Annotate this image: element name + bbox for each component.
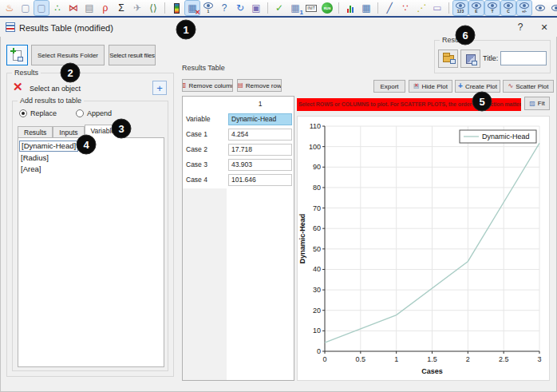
sigma-icon[interactable]: Σ <box>114 1 128 15</box>
flame-icon[interactable]: ♨ <box>2 1 17 15</box>
table-cell-value[interactable]: 101.646 <box>228 174 292 186</box>
remove-column-icon: ▥ <box>182 82 186 89</box>
fit-icon: ▨ <box>529 101 535 107</box>
layers-icon[interactable]: ▤ <box>82 1 97 15</box>
eye-e-icon[interactable]: E <box>469 1 484 15</box>
cube-icon[interactable]: ▢ <box>18 1 33 15</box>
code-icon[interactable]: ⟨⟩ <box>146 1 160 15</box>
window-title: Results Table (modified) <box>19 23 113 33</box>
select-result-files-button[interactable]: Select result files <box>109 45 156 65</box>
svg-text:0: 0 <box>317 347 321 355</box>
add-results-button[interactable] <box>6 45 28 65</box>
annotation-badge-4: 4 <box>77 135 97 155</box>
remove-column-button[interactable]: ▥ Remove column <box>182 79 233 92</box>
line-plot-icon[interactable]: ╱ <box>382 1 397 15</box>
export-button[interactable]: Export <box>373 80 405 93</box>
clear-object-icon[interactable]: ✕ <box>13 80 23 94</box>
results-table-label: Results Table <box>182 64 225 72</box>
table-row: Case 343.903 <box>183 157 294 172</box>
eye-preview-icon[interactable]: 1 <box>201 1 215 15</box>
radio-replace[interactable]: Replace <box>19 109 57 117</box>
table-cell-value[interactable]: 43.903 <box>228 159 292 171</box>
variable-list-item[interactable]: [Radius] <box>18 152 164 164</box>
table-row-label[interactable]: Case 1 <box>183 127 227 142</box>
table-cell-value[interactable]: Dynamic-Head <box>228 113 292 125</box>
init-icon[interactable]: INIT <box>304 1 318 15</box>
eye-t-icon[interactable]: T <box>485 1 500 15</box>
mode-radio-row: Replace Append <box>19 109 112 117</box>
annotation-badge-2: 2 <box>61 63 81 83</box>
tab-results[interactable]: Results <box>18 126 53 138</box>
colorbar-icon[interactable] <box>169 1 184 15</box>
run-icon[interactable]: RUN <box>320 1 334 15</box>
numbered-points-icon[interactable]: ∵ <box>398 1 413 15</box>
svg-text:100: 100 <box>309 143 321 151</box>
hourglass-icon[interactable]: ⋈ <box>66 1 81 15</box>
table-grid-icon[interactable]: ▦ <box>359 1 373 15</box>
help-button[interactable]: ? <box>509 21 531 34</box>
fit-button[interactable]: ▨ Fit <box>524 97 550 110</box>
rho-icon[interactable]: ρ <box>98 1 113 15</box>
svg-text:2.5: 2.5 <box>499 355 509 363</box>
results-table-dialog: ♨▢▢∴⋈▤ρΣ✈⟨⟩▦✕1?↻▣✓▦1INITRUN▦╱∵⋰▭123ETC+/… <box>0 0 557 392</box>
add-group-label: Add results to table <box>18 97 84 105</box>
close-button[interactable]: ✕ <box>533 21 555 34</box>
table-corner-cell[interactable] <box>183 97 227 112</box>
table-row-label[interactable]: Case 3 <box>183 157 227 172</box>
svg-text:Dynamic-Head: Dynamic-Head <box>482 133 530 141</box>
table-row-label[interactable]: Case 2 <box>183 142 227 157</box>
cylinder-icon[interactable]: ▭ <box>430 1 444 15</box>
scatter-plot-button[interactable]: ∿ Scatter Plot <box>503 80 554 93</box>
table-row: Case 4101.646 <box>183 172 294 188</box>
variable-list-item[interactable]: [Area] <box>18 164 164 175</box>
radio-replace-dot <box>19 109 27 117</box>
eye-123-icon[interactable]: 123 <box>453 1 468 15</box>
table-row-label[interactable]: Variable Name <box>183 112 227 127</box>
check-icon[interactable]: ✓ <box>272 1 286 15</box>
eye-sign-icon[interactable]: +/- <box>517 1 531 15</box>
calculator-icon[interactable]: ▦1 <box>288 1 302 15</box>
results-table-icon[interactable]: ▦✕ <box>185 1 199 15</box>
table-column-header[interactable]: 1 <box>228 97 292 112</box>
table-row-label[interactable]: Case 4 <box>183 172 227 188</box>
scatter-plot-label: Scatter Plot <box>516 83 548 90</box>
toolbar: ♨▢▢∴⋈▤ρΣ✈⟨⟩▦✕1?↻▣✓▦1INITRUN▦╱∵⋰▭123ETC+/… <box>0 0 557 16</box>
cube-selected-icon[interactable]: ▢ <box>34 1 49 15</box>
add-object-button[interactable]: + <box>152 81 167 95</box>
remove-row-label: Remove row <box>246 82 282 89</box>
eye-search2-icon[interactable] <box>549 1 557 15</box>
eye-search-icon[interactable] <box>533 1 547 15</box>
results-group: Results ✕ Select an object + Add results… <box>6 73 174 377</box>
title-input[interactable] <box>500 51 547 65</box>
create-plot-label: Create Plot <box>465 83 497 90</box>
variables-list[interactable]: [Dynamic-Head][Radius][Area] <box>18 137 164 367</box>
table-cell-value[interactable]: 4.254 <box>228 129 292 141</box>
svg-text:110: 110 <box>310 122 321 130</box>
svg-text:80: 80 <box>313 184 321 192</box>
histogram-icon[interactable] <box>343 1 358 15</box>
add-points-icon[interactable]: ∴ <box>50 1 65 15</box>
annotation-badge-5: 5 <box>472 92 492 112</box>
save-result-set-button[interactable] <box>460 49 480 68</box>
remove-row-button[interactable]: ▤ Remove row <box>237 79 282 92</box>
radio-append[interactable]: Append <box>76 109 112 117</box>
file-question-icon[interactable]: ? <box>217 1 231 15</box>
svg-text:40: 40 <box>313 265 321 273</box>
save-icon <box>466 54 476 64</box>
refresh-icon[interactable]: ↻ <box>233 1 247 15</box>
airplane-icon[interactable]: ✈ <box>130 1 144 15</box>
eye-c-icon[interactable]: C <box>501 1 516 15</box>
open-result-set-button[interactable] <box>438 49 458 68</box>
table-cell-value[interactable]: 17.718 <box>228 144 292 156</box>
svg-text:30: 30 <box>313 286 321 294</box>
save-project-icon[interactable]: ▣ <box>249 1 263 15</box>
app-icon <box>6 22 15 32</box>
hide-plot-button[interactable]: ▤✕ Hide Plot <box>409 80 452 93</box>
results-table[interactable]: 1Variable NameDynamic-HeadCase 14.254Cas… <box>182 96 294 381</box>
svg-text:1.5: 1.5 <box>427 355 437 363</box>
table-row: Case 14.254 <box>183 127 294 142</box>
annotation-badge-3: 3 <box>112 119 132 139</box>
svg-text:60: 60 <box>313 224 321 232</box>
scatter-line-icon[interactable]: ⋰ <box>414 1 429 15</box>
create-plot-button[interactable]: + Create Plot <box>455 80 500 93</box>
